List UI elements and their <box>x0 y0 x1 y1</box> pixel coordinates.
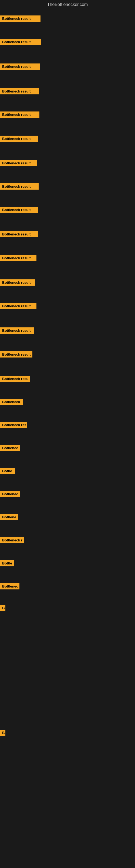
bottleneck-item-14[interactable]: Bottleneck result <box>0 328 34 334</box>
bottleneck-item-24[interactable]: Bottle <box>0 560 14 566</box>
bottleneck-item-22[interactable]: Bottlene <box>0 514 18 520</box>
bottleneck-item-11[interactable]: Bottleneck result <box>0 255 37 261</box>
bottleneck-item-13[interactable]: Bottleneck result <box>0 303 37 309</box>
bottleneck-item-20[interactable]: Bottle <box>0 468 15 474</box>
bottleneck-item-10[interactable]: Bottleneck result <box>0 231 38 237</box>
bottleneck-item-6[interactable]: Bottleneck result <box>0 135 38 142</box>
bottleneck-item-15[interactable]: Bottleneck result <box>0 351 32 358</box>
bottleneck-item-16[interactable]: Bottleneck resu <box>0 376 30 382</box>
site-title: TheBottlenecker.com <box>0 0 135 9</box>
bottleneck-item-1[interactable]: Bottleneck result <box>0 16 41 22</box>
bottleneck-item-19[interactable]: Bottlenec <box>0 445 20 451</box>
bottleneck-item-17[interactable]: Bottleneck <box>0 399 23 405</box>
bottleneck-item-4[interactable]: Bottleneck result <box>0 88 39 94</box>
bottleneck-item-2[interactable]: Bottleneck result <box>0 39 41 45</box>
site-title-text: TheBottlenecker.com <box>47 2 88 7</box>
bottleneck-item-3[interactable]: Bottleneck result <box>0 63 40 70</box>
bottleneck-item-18[interactable]: Bottleneck res <box>0 422 27 428</box>
bottleneck-item-7[interactable]: Bottleneck result <box>0 160 37 166</box>
bottleneck-item-27[interactable]: B <box>0 730 5 736</box>
bottleneck-item-21[interactable]: Bottlenec <box>0 491 20 497</box>
bottleneck-item-26[interactable]: B <box>0 605 5 611</box>
bottleneck-item-25[interactable]: Bottlenec <box>0 583 19 589</box>
bottleneck-item-8[interactable]: Bottleneck result <box>0 183 39 190</box>
bottleneck-item-23[interactable]: Bottleneck r <box>0 537 24 543</box>
bottleneck-item-9[interactable]: Bottleneck result <box>0 207 38 213</box>
bottleneck-item-5[interactable]: Bottleneck result <box>0 112 39 118</box>
bottleneck-item-12[interactable]: Bottleneck result <box>0 279 35 286</box>
